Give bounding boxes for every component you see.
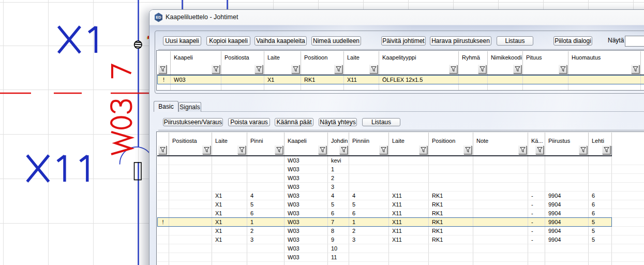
table-cell[interactable] (349, 174, 389, 183)
table-cell[interactable] (389, 156, 429, 165)
table-cell[interactable] (212, 174, 247, 183)
table-cell[interactable]: W03 (284, 253, 328, 262)
table-cell[interactable] (379, 84, 459, 91)
table-cell[interactable] (212, 165, 247, 174)
table-cell[interactable]: RK1 (429, 209, 473, 218)
filter-button[interactable] (254, 65, 263, 73)
table-cell[interactable]: 11 (328, 253, 349, 262)
table-cell[interactable]: - (528, 209, 545, 218)
column-header[interactable]: Lehti (589, 132, 612, 146)
table-cell[interactable] (528, 183, 545, 192)
table-row[interactable]: X13W0393X11RK1-99045 (157, 235, 644, 244)
table-cell[interactable] (488, 76, 523, 84)
table-cell[interactable] (389, 174, 429, 183)
listaus-top-button[interactable]: Listaus (497, 36, 533, 46)
table-row[interactable]: X15W0355X11RK1-99046 (157, 200, 644, 209)
table-cell[interactable] (301, 84, 344, 91)
filter-button[interactable] (579, 145, 587, 154)
table-cell[interactable] (344, 84, 379, 91)
table-cell[interactable] (247, 253, 284, 262)
table-cell[interactable] (545, 244, 589, 253)
column-header[interactable]: Huomautus (568, 51, 641, 65)
table-cell[interactable] (169, 192, 212, 200)
table-cell[interactable] (545, 156, 589, 165)
table-row[interactable]: X16W0366X11RK1-99046 (157, 209, 644, 218)
table-cell[interactable] (247, 244, 284, 253)
column-header[interactable]: P (641, 51, 644, 65)
filter-button[interactable] (339, 145, 348, 154)
table-cell[interactable] (473, 156, 528, 165)
column-header[interactable]: Johdin (328, 132, 349, 146)
table-cell[interactable]: 2 (328, 174, 349, 183)
table-cell[interactable] (528, 165, 545, 174)
table-cell[interactable]: X1 (212, 218, 247, 227)
table-cell[interactable] (169, 218, 212, 227)
column-header[interactable]: Kä... (528, 132, 545, 146)
table-cell[interactable] (545, 183, 589, 192)
table-cell[interactable] (349, 253, 389, 262)
column-header[interactable]: Kaapelityyppi (379, 51, 459, 65)
table-row[interactable]: X14W0344X11RK1-99046 (157, 192, 644, 200)
table-cell[interactable]: - (528, 218, 545, 227)
table-cell[interactable] (212, 253, 247, 262)
table-cell[interactable] (264, 84, 301, 91)
table-cell[interactable] (221, 84, 264, 91)
table-cell[interactable]: - (528, 227, 545, 235)
table-cell[interactable]: X1 (264, 76, 301, 84)
table-cell[interactable] (589, 262, 612, 265)
table-cell[interactable]: X11 (389, 235, 429, 244)
kopioi-kaapeli-button[interactable]: Kopioi kaapeli (206, 36, 250, 46)
table-row[interactable]: W031 (157, 165, 644, 174)
table-cell[interactable]: 6 (328, 209, 349, 218)
vaihda-kaapeleita-button[interactable]: Vaihda kaapeleita (254, 36, 307, 46)
table-cell[interactable] (247, 262, 284, 265)
table-cell[interactable]: X1 (212, 227, 247, 235)
table-cell[interactable] (473, 192, 528, 200)
table-cell[interactable] (349, 165, 389, 174)
table-cell[interactable]: 3 (349, 235, 389, 244)
table-cell[interactable] (247, 156, 284, 165)
table-cell[interactable]: 8 (328, 227, 349, 235)
table-cell[interactable]: W03 (284, 218, 328, 227)
table-cell[interactable] (169, 227, 212, 235)
show-combobox[interactable] (625, 36, 644, 47)
table-cell[interactable]: 9904 (545, 227, 589, 235)
table-cell[interactable]: 2 (349, 227, 389, 235)
table-cell[interactable]: W03 (284, 156, 328, 165)
table-cell[interactable]: - (528, 235, 545, 244)
table-cell[interactable]: kevi (328, 156, 349, 165)
table-cell[interactable]: 5 (247, 200, 284, 209)
table-cell[interactable] (473, 253, 528, 262)
table-cell[interactable]: RK1 (429, 192, 473, 200)
column-header[interactable]: Pinniin (349, 132, 389, 146)
uusi-kaapeli-button[interactable]: Uusi kaapeli (163, 36, 201, 46)
table-cell[interactable]: 5 (589, 218, 612, 227)
column-header[interactable]: Positiosta (169, 132, 212, 146)
nayta-yhteys-button[interactable]: Näytä yhteys (319, 118, 357, 126)
filter-button[interactable] (518, 145, 527, 154)
table-row-selected[interactable]: !X11W0371X11RK1-99045 (157, 218, 644, 227)
table-cell[interactable]: RK1 (429, 200, 473, 209)
column-header[interactable]: Positioon (301, 51, 344, 65)
table-cell[interactable] (247, 165, 284, 174)
table-cell[interactable]: 5 (589, 227, 612, 235)
table-cell[interactable] (212, 156, 247, 165)
table-cell[interactable] (169, 156, 212, 165)
table-cell[interactable] (473, 209, 528, 218)
column-header[interactable]: Laite (344, 51, 379, 65)
table-cell[interactable] (389, 244, 429, 253)
table-cell[interactable] (429, 253, 473, 262)
table-cell[interactable]: 3 (247, 235, 284, 244)
table-cell[interactable] (523, 84, 568, 91)
table-cell[interactable] (641, 76, 644, 84)
table-cell[interactable]: 6 (589, 209, 612, 218)
table-row[interactable]: X12W0382X11RK1-99045 (157, 227, 644, 235)
filter-button[interactable] (449, 65, 457, 73)
table-cell[interactable] (473, 174, 528, 183)
table-cell[interactable] (389, 253, 429, 262)
table-cell[interactable] (349, 183, 389, 192)
table-cell[interactable]: - (528, 192, 545, 200)
tab-signals[interactable]: Signals (178, 102, 201, 112)
table-cell[interactable] (473, 200, 528, 209)
table-cell[interactable] (568, 84, 641, 91)
